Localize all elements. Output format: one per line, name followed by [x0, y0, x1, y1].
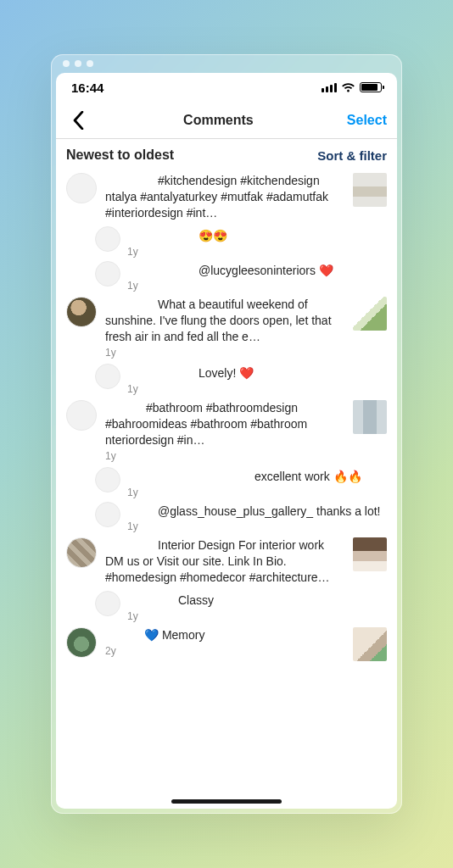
timestamp: 1y — [127, 520, 387, 532]
post-item[interactable]: What a beautiful weekend of sunshine. I'… — [61, 293, 392, 362]
traffic-dot — [63, 60, 70, 67]
reply-item[interactable]: Lovely! ❤️ 1y — [61, 362, 392, 397]
reply-text: 😍😍 — [127, 228, 387, 244]
nav-bar: Comments Select — [56, 102, 397, 139]
window-traffic-lights — [51, 54, 402, 73]
post-text: #bathroom #bathroomdesign #bahroomideas … — [105, 400, 344, 448]
phone-screen: 16:44 Comments Select — [56, 73, 397, 809]
reply-item[interactable]: @lucygleesoninteriors ❤️ 1y — [61, 259, 392, 294]
home-indicator — [171, 799, 282, 804]
timestamp: 1y — [127, 487, 387, 498]
timestamp: 2y — [105, 645, 344, 657]
back-button[interactable] — [66, 108, 90, 132]
traffic-dot — [87, 60, 93, 67]
post-item[interactable]: #bathroom #bathroomdesign #bahroomideas … — [61, 397, 392, 465]
avatar[interactable] — [95, 467, 120, 492]
post-thumbnail[interactable] — [353, 297, 387, 331]
post-item[interactable]: 💙 Memory 2y — [61, 624, 392, 665]
sort-filter-button[interactable]: Sort & filter — [317, 148, 387, 163]
timestamp: 1y — [127, 610, 387, 622]
post-body: 💙 Memory 2y — [105, 627, 344, 657]
list-header: Newest to oldest Sort & filter — [56, 139, 397, 170]
post-body: #kitchendesign #kitchendesign ntalya #an… — [105, 173, 344, 221]
post-thumbnail[interactable] — [353, 400, 387, 434]
timestamp: 1y — [127, 383, 387, 395]
timestamp: 1y — [127, 246, 387, 258]
post-thumbnail[interactable] — [353, 173, 387, 207]
reply-text: @glass_house_plus_gallery_ thanks a lot! — [127, 504, 387, 520]
cellular-signal-icon — [322, 82, 337, 92]
avatar[interactable] — [66, 627, 97, 658]
avatar[interactable] — [66, 537, 97, 568]
avatar[interactable] — [95, 502, 120, 527]
sort-label: Newest to oldest — [66, 147, 174, 163]
timestamp: 1y — [105, 347, 344, 359]
reply-text: Classy — [127, 593, 387, 609]
timestamp: 1y — [127, 280, 387, 292]
post-thumbnail[interactable] — [353, 537, 387, 571]
avatar[interactable] — [95, 226, 120, 252]
avatar[interactable] — [66, 297, 97, 327]
timestamp: 1y — [105, 450, 344, 462]
post-text: What a beautiful weekend of sunshine. I'… — [105, 297, 344, 345]
post-body: Interior Design For interior work DM us … — [105, 537, 344, 586]
status-bar: 16:44 — [56, 73, 397, 102]
comments-list[interactable]: #kitchendesign #kitchendesign ntalya #an… — [56, 170, 397, 809]
avatar[interactable] — [95, 591, 120, 616]
reply-text: excellent work 🔥🔥 — [127, 469, 387, 485]
reply-item[interactable]: 😍😍 1y — [61, 225, 392, 259]
post-item[interactable]: Interior Design For interior work DM us … — [61, 534, 392, 589]
chevron-left-icon — [72, 111, 85, 130]
window-chrome: 16:44 Comments Select — [51, 54, 402, 814]
avatar[interactable] — [66, 400, 97, 431]
avatar[interactable] — [66, 173, 97, 203]
select-button[interactable]: Select — [347, 113, 387, 128]
post-body: #bathroom #bathroomdesign #bahroomideas … — [105, 400, 344, 462]
wifi-icon — [341, 82, 355, 92]
status-time: 16:44 — [71, 81, 103, 95]
post-text: Interior Design For interior work DM us … — [105, 537, 344, 586]
reply-item[interactable]: Classy 1y — [61, 589, 392, 624]
avatar[interactable] — [95, 261, 120, 287]
avatar[interactable] — [95, 364, 120, 389]
post-body: What a beautiful weekend of sunshine. I'… — [105, 297, 344, 359]
post-item[interactable]: #kitchendesign #kitchendesign ntalya #an… — [61, 170, 392, 225]
status-indicators — [322, 82, 382, 92]
battery-icon — [360, 82, 382, 92]
reply-text: Lovely! ❤️ — [127, 365, 387, 381]
post-text: #kitchendesign #kitchendesign ntalya #an… — [105, 173, 344, 221]
traffic-dot — [75, 60, 81, 67]
post-text: 💙 Memory — [105, 627, 344, 643]
reply-item[interactable]: @glass_house_plus_gallery_ thanks a lot!… — [61, 500, 392, 535]
page-title: Comments — [183, 113, 254, 128]
reply-item[interactable]: excellent work 🔥🔥 1y — [61, 465, 392, 500]
reply-text: @lucygleesoninteriors ❤️ — [127, 263, 387, 279]
post-thumbnail[interactable] — [353, 627, 387, 661]
